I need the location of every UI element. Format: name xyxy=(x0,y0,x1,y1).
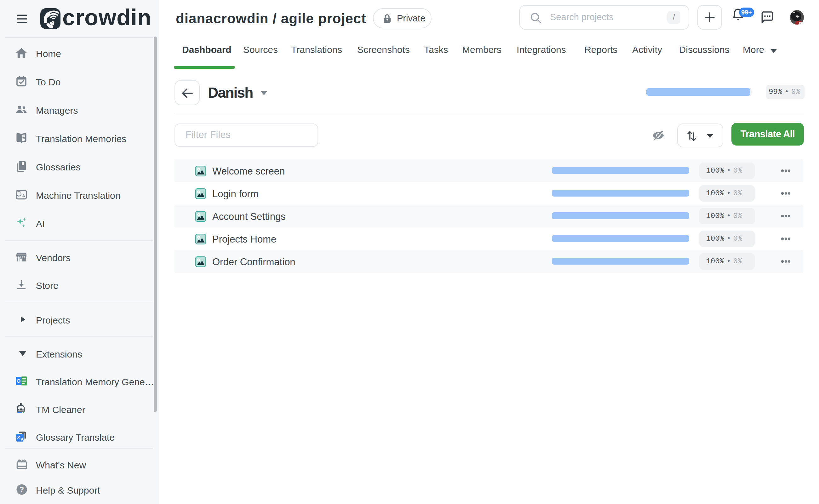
svg-text:?: ? xyxy=(20,485,24,494)
